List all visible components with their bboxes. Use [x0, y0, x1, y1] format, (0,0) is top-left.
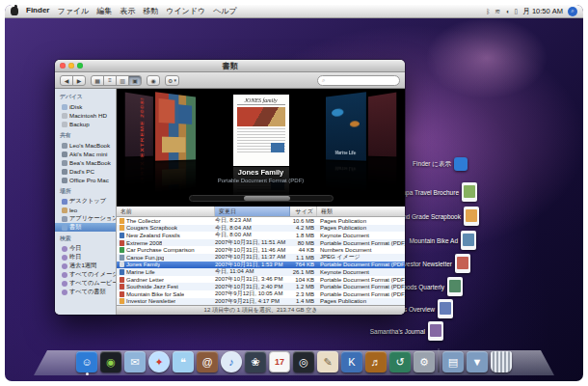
document-icon[interactable] — [462, 182, 477, 202]
document-icon[interactable] — [455, 254, 470, 273]
menu-clock[interactable]: 月 10:50 AM — [522, 7, 563, 16]
sidebar-item-label: Bea's MacBook — [69, 159, 111, 166]
dock-item[interactable] — [438, 348, 440, 372]
stack-item[interactable]: Mountain Bike Ad — [409, 231, 476, 250]
dock-item[interactable] — [491, 351, 512, 372]
sidebar-item[interactable]: iDisk — [55, 102, 116, 111]
icon-view-button[interactable]: ▦ — [91, 75, 104, 86]
dock-item[interactable]: ↺ — [389, 351, 411, 372]
sidebar-item[interactable]: 書類 — [55, 223, 116, 232]
sidebar-item[interactable]: Office Pro Mac — [55, 176, 116, 184]
stack-item[interactable]: 2nd Grade Scrapbook — [399, 207, 479, 226]
column-header[interactable]: サイズ — [290, 207, 317, 216]
stack-item[interactable]: Investor Newsletter — [398, 254, 470, 273]
coverflow-scrollbar[interactable] — [189, 195, 334, 202]
device-icon — [62, 104, 67, 110]
quick-look-button[interactable]: ◉ — [147, 75, 160, 86]
spotlight-icon[interactable]: ⌕ — [568, 7, 577, 16]
sidebar-item[interactable]: Dad's PC — [55, 167, 116, 176]
dock-item[interactable]: K — [341, 351, 362, 372]
menu-item[interactable]: ヘルプ — [213, 6, 237, 16]
dock-item[interactable]: ▤ — [442, 351, 464, 372]
document-icon[interactable] — [464, 207, 479, 226]
stack-item[interactable]: Napa Travel Brochure — [398, 182, 477, 202]
dock-item[interactable]: ❀ — [245, 351, 266, 372]
zoom-button[interactable] — [77, 63, 83, 69]
column-header[interactable]: 変更日 — [215, 207, 290, 216]
minimize-button[interactable] — [68, 63, 74, 69]
sidebar-item[interactable]: すべてのイメージ — [55, 270, 116, 279]
sidebar-item[interactable]: アプリケーション — [55, 214, 116, 223]
window-titlebar[interactable]: 書類 — [55, 60, 405, 72]
coverflow-card-right[interactable]: Marine Life — [326, 92, 366, 160]
sidebar-item[interactable]: Macintosh HD — [55, 111, 116, 120]
table-row[interactable]: Investor Newsletter 2007年9月21日, 4:17 PM … — [117, 298, 405, 305]
dock-item[interactable]: @ — [197, 351, 218, 372]
bluetooth-icon[interactable]: ᛒ — [486, 8, 490, 14]
dock-app-icon: 17 — [269, 351, 290, 372]
action-button[interactable]: ⚙▾ — [165, 75, 179, 86]
sidebar-item[interactable]: デスクトップ — [55, 197, 116, 206]
column-view-button[interactable]: ▥ — [116, 75, 129, 86]
dock-item[interactable]: ◎ — [293, 351, 314, 372]
volume-icon[interactable]: ◖ — [505, 8, 509, 14]
menu-item[interactable]: 編集 — [96, 6, 112, 16]
column-header[interactable]: 種類 — [317, 207, 405, 216]
file-name: Marine Life — [126, 269, 155, 275]
dock-item[interactable]: ⚙ — [414, 351, 435, 372]
coverflow-card-far-left[interactable]: EXTREME 2008! — [125, 93, 153, 157]
file-size: 1.4 MB — [290, 298, 317, 304]
menu-item[interactable]: ウインドウ — [166, 6, 205, 16]
dock-item[interactable]: ☺ — [76, 351, 97, 372]
coverflow-card-left[interactable] — [155, 92, 196, 160]
forward-button[interactable]: ▶ — [72, 75, 86, 86]
menu-item[interactable]: 表示 — [120, 6, 135, 16]
document-icon[interactable] — [438, 299, 453, 318]
sidebar-item[interactable]: leo — [55, 206, 116, 214]
dock-app-icon — [491, 351, 512, 372]
search-field[interactable]: ⌕ — [317, 75, 400, 86]
menu-item[interactable]: ファイル — [57, 6, 89, 16]
dock-item[interactable]: ♪ — [221, 351, 242, 372]
stack-item[interactable]: Samantha's Journal — [370, 321, 443, 341]
battery-icon[interactable]: ▯ — [514, 8, 518, 15]
sidebar-item[interactable]: 今日 — [55, 244, 116, 253]
dock-item[interactable]: ▼ — [467, 351, 488, 372]
sidebar-item[interactable]: すべての書類 — [55, 288, 116, 296]
back-button[interactable]: ◀ — [60, 75, 73, 86]
sidebar-item[interactable]: Aki's Mac mini — [55, 150, 116, 158]
menu-item[interactable]: Finder — [26, 6, 49, 16]
coverflow-view-button[interactable]: ▣ — [128, 75, 142, 86]
airport-icon[interactable]: ≋ — [494, 8, 500, 15]
dock-item[interactable]: ❝ — [173, 351, 194, 372]
coverflow-scrollbar-thumb[interactable] — [244, 196, 290, 201]
column-header[interactable]: 名前 — [117, 207, 215, 216]
dock-item[interactable]: ✎ — [317, 351, 338, 372]
sidebar-item[interactable]: Bea's MacBook — [55, 158, 116, 167]
close-button[interactable] — [60, 63, 66, 69]
dock-item[interactable]: ♬ — [365, 351, 387, 372]
list-view-button[interactable]: ≡ — [103, 75, 117, 86]
dock-item[interactable]: ✦ — [148, 351, 170, 372]
menu-item[interactable]: 移動 — [143, 6, 158, 16]
dock-item[interactable]: ✉ — [124, 351, 146, 372]
apple-menu-icon[interactable] — [11, 7, 18, 15]
dock-app-icon: ☺ — [76, 351, 97, 372]
sidebar-item[interactable]: 過去1週間 — [55, 262, 116, 270]
sidebar-item[interactable]: Backup — [55, 120, 116, 128]
dock-app-icon: ◉ — [100, 351, 121, 372]
document-icon[interactable] — [454, 157, 468, 171]
document-icon[interactable] — [428, 321, 443, 341]
coverflow-card-selected[interactable]: JONES family — [233, 95, 289, 166]
sidebar-item[interactable]: Leo's MacBook — [55, 141, 116, 150]
coverflow-card-far-right[interactable] — [368, 93, 396, 157]
sidebar-item[interactable]: 昨日 — [55, 253, 116, 262]
sidebar-item[interactable]: すべてのムービー — [55, 279, 116, 288]
dock-item[interactable]: ◉ — [100, 351, 121, 372]
file-kind: Pages Publication — [317, 218, 405, 224]
document-icon[interactable] — [461, 231, 476, 250]
stack-item[interactable]: Finder に表示 — [413, 157, 468, 171]
file-name: Investor Newsletter — [126, 298, 175, 304]
document-icon[interactable] — [447, 277, 463, 296]
dock-item[interactable]: 17 — [269, 351, 290, 372]
